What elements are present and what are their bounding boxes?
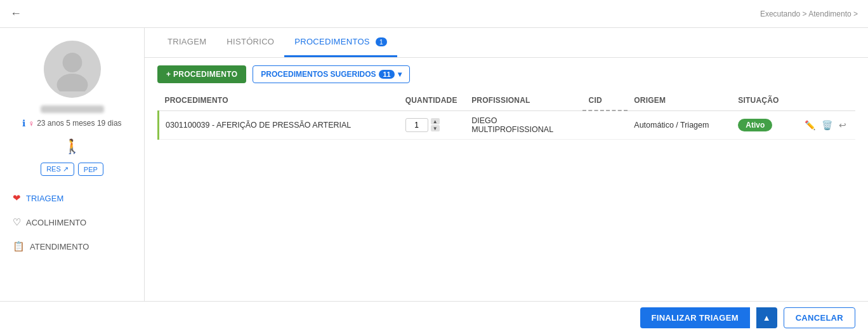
delete-button[interactable]: 🗑️	[820, 119, 834, 131]
svg-point-1	[56, 74, 88, 91]
cid-cell	[582, 110, 628, 139]
pep-button[interactable]: PEP	[78, 163, 103, 176]
tab-procedimentos-badge: 1	[376, 37, 387, 46]
th-procedimento: PROCEDIMENTO	[159, 91, 399, 110]
res-button[interactable]: RES ↗	[41, 163, 74, 176]
restore-button[interactable]: ↩	[838, 119, 848, 131]
breadcrumb: Executando > Atendimento >	[760, 10, 858, 18]
heart-icon: ❤	[13, 192, 21, 204]
heart-outline-icon: ♡	[13, 217, 21, 228]
situacao-cell: Ativo	[732, 110, 796, 139]
tab-procedimentos[interactable]: PROCEDIMENTOS 1	[284, 28, 397, 57]
top-bar: ← Executando > Atendimento >	[0, 0, 868, 28]
actions-cell: ✏️ 🗑️ ↩	[797, 110, 855, 139]
sidebar: ℹ ♀ 23 anos 5 meses 19 dias 🚶 RES ↗ PEP …	[0, 28, 145, 301]
sidebar-nav: ❤ TRIAGEM ♡ ACOLHIMENTO 📋 ATENDIMENTO	[0, 186, 144, 258]
clipboard-icon: 📋	[13, 241, 25, 252]
quantidade-input[interactable]	[405, 118, 428, 132]
chevron-down-icon: ▾	[398, 70, 402, 79]
edit-button[interactable]: ✏️	[803, 119, 817, 131]
person-figure: 🚶	[63, 138, 81, 155]
th-quantidade: QUANTIDADE	[399, 91, 466, 110]
qty-spinners: ▲ ▼	[431, 118, 440, 131]
avatar	[44, 41, 101, 98]
add-procedimento-button[interactable]: + PROCEDIMENTO	[157, 65, 246, 83]
procedimento-cell: 0301100039 - AFERIÇÃO DE PRESSÃO ARTERIA…	[159, 110, 399, 139]
sidebar-item-acolhimento[interactable]: ♡ ACOLHIMENTO	[0, 210, 144, 234]
content-area: TRIAGEM HISTÓRICO PROCEDIMENTOS 1 + PROC…	[145, 28, 868, 301]
qty-up-button[interactable]: ▲	[431, 118, 440, 124]
gender-icon: ♀	[28, 119, 34, 128]
th-cid: CID	[582, 91, 628, 110]
toolbar: + PROCEDIMENTO PROCEDIMENTOS SUGERIDOS 1…	[145, 58, 868, 91]
th-actions	[797, 91, 855, 110]
tab-triagem[interactable]: TRIAGEM	[157, 28, 216, 57]
origem-cell: Automático / Triagem	[628, 110, 732, 139]
th-origem: ORIGEM	[628, 91, 732, 110]
main-layout: ℹ ♀ 23 anos 5 meses 19 dias 🚶 RES ↗ PEP …	[0, 28, 868, 301]
tab-historico[interactable]: HISTÓRICO	[216, 28, 284, 57]
sidebar-action-buttons: RES ↗ PEP	[41, 163, 103, 176]
patient-name	[41, 105, 104, 113]
th-profissional: PROFISSIONAL	[465, 91, 582, 110]
info-icon: ℹ	[22, 118, 25, 128]
procedimentos-sugeridos-button[interactable]: PROCEDIMENTOS SUGERIDOS 11 ▾	[253, 65, 409, 83]
patient-age-info: ℹ ♀ 23 anos 5 meses 19 dias	[22, 118, 121, 128]
cancelar-button[interactable]: CANCELAR	[784, 307, 855, 328]
back-button[interactable]: ←	[10, 7, 22, 20]
footer: FINALIZAR TRIAGEM ▲ CANCELAR	[0, 301, 868, 334]
table-row: 0301100039 - AFERIÇÃO DE PRESSÃO ARTERIA…	[159, 110, 856, 139]
qty-down-button[interactable]: ▼	[431, 125, 440, 131]
status-badge: Ativo	[738, 119, 772, 131]
finalizar-triagem-button[interactable]: FINALIZAR TRIAGEM	[640, 307, 750, 328]
finalizar-dropdown-button[interactable]: ▲	[756, 307, 777, 328]
svg-point-0	[62, 53, 82, 72]
procedures-table: PROCEDIMENTO QUANTIDADE PROFISSIONAL CID…	[157, 91, 855, 140]
sidebar-item-atendimento[interactable]: 📋 ATENDIMENTO	[0, 234, 144, 258]
th-situacao: SITUAÇÃO	[732, 91, 796, 110]
quantidade-cell: ▲ ▼	[399, 110, 466, 139]
sidebar-item-triagem[interactable]: ❤ TRIAGEM	[0, 186, 144, 210]
sugeridos-count-badge: 11	[379, 70, 394, 79]
procedures-table-wrap: PROCEDIMENTO QUANTIDADE PROFISSIONAL CID…	[145, 91, 868, 301]
profissional-cell: DIEGO MULTIPROFISSIONAL	[465, 110, 582, 139]
tab-bar: TRIAGEM HISTÓRICO PROCEDIMENTOS 1	[145, 28, 868, 58]
